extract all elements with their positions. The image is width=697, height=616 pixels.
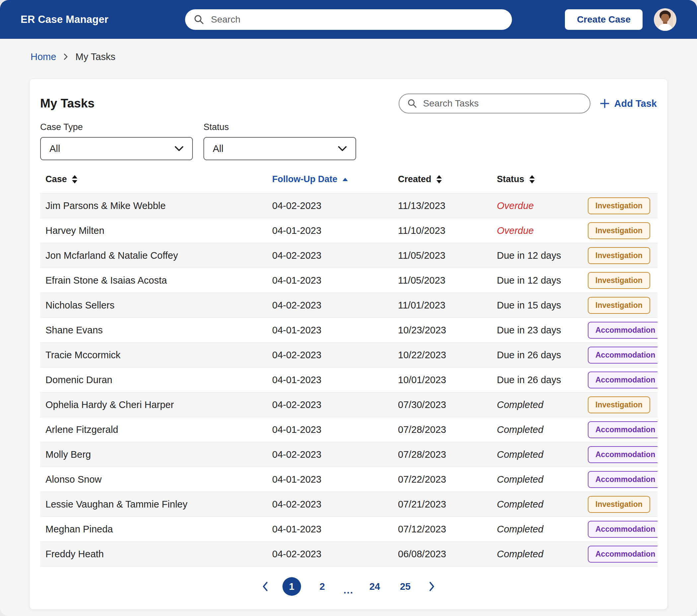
task-search[interactable]	[399, 93, 591, 114]
chevron-down-icon	[175, 146, 183, 152]
add-task-label: Add Task	[614, 98, 657, 109]
tasks-table: Case Follow-Up Date Created	[40, 171, 657, 567]
task-search-input[interactable]	[422, 98, 582, 109]
filter-case-type: Case Type All	[40, 122, 193, 160]
task-row[interactable]: Domenic Duran04-01-202310/01/2023Due in …	[40, 367, 657, 392]
task-row[interactable]: Ophelia Hardy & Cheri Harper04-02-202307…	[40, 392, 657, 417]
follow-up-date-cell: 04-02-2023	[267, 442, 392, 467]
pagination-page-1[interactable]: 1	[282, 577, 301, 596]
task-row[interactable]: Nicholas Sellers04-02-202311/01/2023Due …	[40, 293, 657, 318]
panel-title: My Tasks	[40, 96, 94, 110]
user-avatar[interactable]	[654, 8, 677, 31]
status-cell: Due in 23 days	[492, 318, 582, 343]
case-cell: Meghan Pineda	[40, 517, 267, 542]
case-type-badge: Investigation	[588, 197, 650, 214]
case-type-badge: Accommodation	[588, 421, 657, 438]
status-cell: Overdue	[492, 218, 582, 243]
pagination-page-24[interactable]: 24	[366, 577, 384, 596]
column-header-type	[582, 171, 657, 193]
status-cell: Completed	[492, 442, 582, 467]
follow-up-date-cell: 04-01-2023	[267, 467, 392, 492]
status-cell: Completed	[492, 467, 582, 492]
pagination-pages: 12...2425	[282, 577, 415, 596]
follow-up-date-cell: 04-02-2023	[267, 492, 392, 517]
chevron-right-icon	[63, 53, 68, 60]
global-search[interactable]	[185, 9, 512, 30]
task-row[interactable]: Tracie Mccormick04-02-202310/22/2023Due …	[40, 343, 657, 367]
case-type-cell: Accommodation	[582, 542, 657, 567]
case-type-cell: Investigation	[582, 243, 657, 268]
status-cell: Due in 15 days	[492, 293, 582, 318]
task-row[interactable]: Shane Evans04-01-202310/23/2023Due in 23…	[40, 318, 657, 343]
task-row[interactable]: Jim Parsons & Mike Webble04-02-202311/13…	[40, 193, 657, 218]
case-type-badge: Accommodation	[588, 372, 657, 388]
case-type-cell: Accommodation	[582, 318, 657, 343]
case-type-badge: Accommodation	[588, 446, 657, 463]
created-cell: 10/01/2023	[392, 367, 492, 392]
case-type-cell: Accommodation	[582, 442, 657, 467]
created-cell: 07/30/2023	[392, 392, 492, 417]
add-task-button[interactable]: Add Task	[600, 98, 657, 109]
case-type-select[interactable]: All	[40, 137, 193, 160]
created-cell: 07/21/2023	[392, 492, 492, 517]
pagination-ellipsis: ...	[343, 585, 354, 596]
task-row[interactable]: Meghan Pineda04-01-202307/12/2023Complet…	[40, 517, 657, 542]
status-cell: Due in 26 days	[492, 343, 582, 367]
case-cell: Nicholas Sellers	[40, 293, 267, 318]
column-header-case[interactable]: Case	[40, 171, 267, 193]
column-header-follow-up-date[interactable]: Follow-Up Date	[267, 171, 392, 193]
chevron-left-icon	[262, 581, 268, 592]
created-cell: 11/05/2023	[392, 268, 492, 293]
pagination-page-25[interactable]: 25	[396, 577, 415, 596]
task-row[interactable]: Jon Mcfarland & Natalie Coffey04-02-2023…	[40, 243, 657, 268]
task-row[interactable]: Molly Berg04-02-202307/28/2023CompletedA…	[40, 442, 657, 467]
chevron-right-icon	[429, 581, 435, 592]
search-icon	[407, 99, 417, 108]
pagination-page-2[interactable]: 2	[313, 577, 331, 596]
previous-page-button[interactable]	[260, 579, 270, 594]
pagination: 12...2425	[40, 577, 657, 596]
task-row[interactable]: Freddy Heath04-02-202306/08/2023Complete…	[40, 542, 657, 567]
case-type-cell: Investigation	[582, 268, 657, 293]
column-header-status[interactable]: Status	[492, 171, 582, 193]
case-type-cell: Accommodation	[582, 467, 657, 492]
case-cell: Domenic Duran	[40, 367, 267, 392]
case-type-badge: Investigation	[588, 222, 650, 239]
create-case-button[interactable]: Create Case	[565, 9, 642, 30]
case-type-badge: Accommodation	[588, 322, 657, 339]
task-row[interactable]: Arlene Fitzgerald04-01-202307/28/2023Com…	[40, 417, 657, 442]
task-row[interactable]: Harvey Milten04-01-202311/10/2023Overdue…	[40, 218, 657, 243]
task-row[interactable]: Lessie Vaughan & Tammie Finley04-02-2023…	[40, 492, 657, 517]
next-page-button[interactable]	[427, 579, 437, 594]
created-cell: 10/22/2023	[392, 343, 492, 367]
breadcrumb: Home My Tasks	[31, 50, 697, 63]
global-search-input[interactable]	[210, 14, 504, 25]
case-cell: Jim Parsons & Mike Webble	[40, 193, 267, 218]
sort-icon	[529, 175, 535, 183]
panel-header-actions: Add Task	[399, 93, 657, 114]
status-select[interactable]: All	[204, 137, 356, 160]
case-type-cell: Accommodation	[582, 517, 657, 542]
search-icon	[194, 14, 205, 25]
filter-label: Status	[204, 122, 356, 132]
case-cell: Arlene Fitzgerald	[40, 417, 267, 442]
follow-up-date-cell: 04-02-2023	[267, 193, 392, 218]
created-cell: 11/13/2023	[392, 193, 492, 218]
case-cell: Jon Mcfarland & Natalie Coffey	[40, 243, 267, 268]
task-row[interactable]: Alonso Snow04-01-202307/22/2023Completed…	[40, 467, 657, 492]
follow-up-date-cell: 04-01-2023	[267, 218, 392, 243]
table-header-row: Case Follow-Up Date Created	[40, 171, 657, 193]
sort-icon	[72, 175, 77, 183]
status-cell: Due in 26 days	[492, 367, 582, 392]
breadcrumb-home-link[interactable]: Home	[31, 51, 56, 62]
filter-label: Case Type	[40, 122, 193, 132]
task-row[interactable]: Efrain Stone & Isaias Acosta04-01-202311…	[40, 268, 657, 293]
created-cell: 11/05/2023	[392, 243, 492, 268]
column-header-created[interactable]: Created	[392, 171, 492, 193]
topbar-actions: Create Case	[565, 8, 677, 31]
status-selected-value: All	[213, 143, 223, 154]
case-type-cell: Accommodation	[582, 417, 657, 442]
follow-up-date-cell: 04-02-2023	[267, 243, 392, 268]
case-type-badge: Investigation	[588, 272, 650, 289]
case-cell: Efrain Stone & Isaias Acosta	[40, 268, 267, 293]
